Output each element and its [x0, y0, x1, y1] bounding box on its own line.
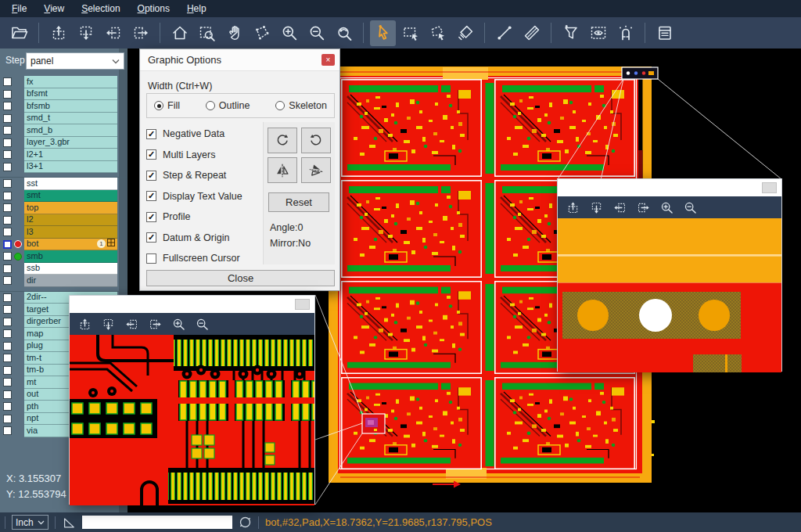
checkbox-icon[interactable]: [146, 253, 156, 264]
pan-down-icon[interactable]: [589, 200, 604, 215]
polygon-select-icon[interactable]: [425, 20, 451, 46]
close-icon[interactable]: ×: [321, 54, 335, 66]
snap-magnet-icon[interactable]: [612, 20, 638, 46]
checkbox-icon[interactable]: [146, 171, 156, 181]
option-fullscreen-cursor[interactable]: Fullscreen Cursor: [146, 248, 262, 269]
home-icon[interactable]: [167, 20, 192, 46]
open-folder-icon[interactable]: [6, 20, 32, 46]
layer-checkbox-mt[interactable]: [3, 378, 12, 386]
radio-icon[interactable]: [206, 101, 215, 110]
filter-icon[interactable]: [558, 20, 584, 46]
flip-horizontal-button[interactable]: [268, 157, 297, 183]
pan-down-icon[interactable]: [73, 20, 99, 46]
pan-left-icon[interactable]: [612, 200, 627, 215]
option-step-repeat[interactable]: Step & Repeat: [146, 165, 262, 186]
layer-table-grid-icon[interactable]: [107, 238, 115, 250]
flip-vertical-button[interactable]: [301, 157, 331, 183]
layer-name-smb[interactable]: smb: [24, 250, 117, 263]
step-dropdown[interactable]: panel: [26, 52, 124, 70]
magnifier-b-window-button[interactable]: [762, 182, 777, 193]
layer-checkbox-sst[interactable]: [3, 179, 12, 188]
checkbox-icon[interactable]: [146, 149, 156, 160]
layer-name-layer_3.gbr[interactable]: layer_3.gbr: [24, 137, 117, 149]
layer-checkbox-smd_t[interactable]: [3, 114, 12, 123]
layer-checkbox-ssb[interactable]: [3, 264, 12, 273]
layers-panel-icon[interactable]: [652, 20, 677, 46]
layer-checkbox-tm-b[interactable]: [3, 366, 12, 375]
magnifier-a-window-button[interactable]: [295, 299, 310, 310]
layer-checkbox-2dir--[interactable]: [3, 293, 12, 302]
layer-name-l2[interactable]: l2: [24, 214, 117, 227]
close-button[interactable]: Close: [146, 270, 335, 286]
menu-file[interactable]: File: [3, 1, 35, 16]
layer-name-sst[interactable]: sst: [24, 178, 117, 190]
pan-down-icon[interactable]: [101, 317, 116, 332]
layer-checkbox-out[interactable]: [3, 390, 12, 399]
ruler-icon[interactable]: [519, 20, 544, 46]
option-datum-origin[interactable]: Datum & Origin: [146, 228, 262, 249]
rotate-ccw-button[interactable]: [301, 128, 331, 153]
pan-right-icon[interactable]: [128, 20, 153, 46]
width-mode-skeleton[interactable]: Skeleton: [275, 100, 327, 111]
magnifier-b-view[interactable]: [558, 218, 781, 372]
layer-checkbox-dirgerber[interactable]: [3, 318, 12, 326]
zoom-out-icon[interactable]: [683, 200, 698, 215]
checkbox-icon[interactable]: [146, 212, 156, 222]
width-mode-fill[interactable]: Fill: [154, 100, 180, 111]
radio-icon[interactable]: [275, 101, 285, 110]
pan-left-icon[interactable]: [100, 20, 126, 46]
snap-angle-icon[interactable]: [62, 516, 76, 530]
pan-right-icon[interactable]: [148, 317, 163, 332]
magnifier-a-view[interactable]: [70, 335, 314, 505]
layer-checkbox-layer_3.gbr[interactable]: [3, 138, 12, 147]
radio-icon[interactable]: [154, 101, 163, 110]
layer-name-l2+1[interactable]: l2+1: [24, 149, 117, 161]
option-display-text-value[interactable]: Display Text Value: [146, 186, 262, 207]
layer-checkbox-bfsmt[interactable]: [3, 90, 12, 99]
menu-selection[interactable]: Selection: [73, 1, 128, 16]
layer-checkbox-smb[interactable]: [3, 252, 12, 261]
unit-dropdown[interactable]: Inch: [12, 515, 48, 530]
magnifier-a-titlebar[interactable]: [70, 296, 314, 313]
layer-name-smd_b[interactable]: smd_b: [24, 124, 117, 137]
layer-checkbox-smd_b[interactable]: [3, 126, 12, 135]
select-arrow-icon[interactable]: [370, 20, 396, 46]
option-multi-layers[interactable]: Multi Layers: [146, 145, 262, 166]
layer-name-bot[interactable]: bot1: [24, 239, 117, 251]
menu-help[interactable]: Help: [178, 1, 215, 16]
layer-checkbox-l3+1[interactable]: [3, 163, 12, 171]
layer-name-smt[interactable]: smt: [24, 190, 117, 203]
layer-checkbox-bfsmb[interactable]: [3, 102, 12, 110]
zoom-in-icon[interactable]: [171, 317, 186, 332]
layer-checkbox-target[interactable]: [3, 305, 12, 314]
dialog-titlebar[interactable]: Graphic Options ×: [140, 49, 339, 71]
layer-checkbox-l2[interactable]: [3, 216, 12, 225]
measure-distance-icon[interactable]: [491, 20, 517, 46]
layer-name-l3[interactable]: l3: [24, 226, 117, 239]
sync-icon[interactable]: [239, 516, 252, 529]
layer-checkbox-plug[interactable]: [3, 342, 12, 350]
zoom-previous-icon[interactable]: [331, 20, 357, 46]
layer-name-bfsmt[interactable]: bfsmt: [24, 88, 117, 101]
clear-brush-icon[interactable]: [452, 20, 478, 46]
layer-checkbox-bot[interactable]: [3, 240, 12, 249]
command-input[interactable]: [82, 516, 232, 529]
pan-right-icon[interactable]: [636, 200, 651, 215]
layer-checkbox-via[interactable]: [3, 426, 12, 435]
object-visibility-icon[interactable]: [585, 20, 611, 46]
layer-name-fx[interactable]: fx: [24, 76, 117, 88]
layer-name-top[interactable]: top: [24, 202, 117, 214]
layer-checkbox-dir[interactable]: [3, 276, 12, 285]
zoom-in-icon[interactable]: [659, 200, 674, 215]
layer-checkbox-smt[interactable]: [3, 192, 12, 200]
reset-button[interactable]: Reset: [268, 192, 329, 212]
layer-name-ssb[interactable]: ssb: [24, 263, 117, 275]
measure-area-icon[interactable]: [249, 20, 275, 46]
checkbox-icon[interactable]: [146, 129, 156, 139]
layer-name-bfsmb[interactable]: bfsmb: [24, 100, 117, 113]
layer-checkbox-top[interactable]: [3, 203, 12, 212]
pan-left-icon[interactable]: [124, 317, 139, 332]
rotate-cw-button[interactable]: [268, 128, 297, 153]
layer-checkbox-pth[interactable]: [3, 402, 12, 411]
option-negative-data[interactable]: Negative Data: [146, 124, 262, 145]
